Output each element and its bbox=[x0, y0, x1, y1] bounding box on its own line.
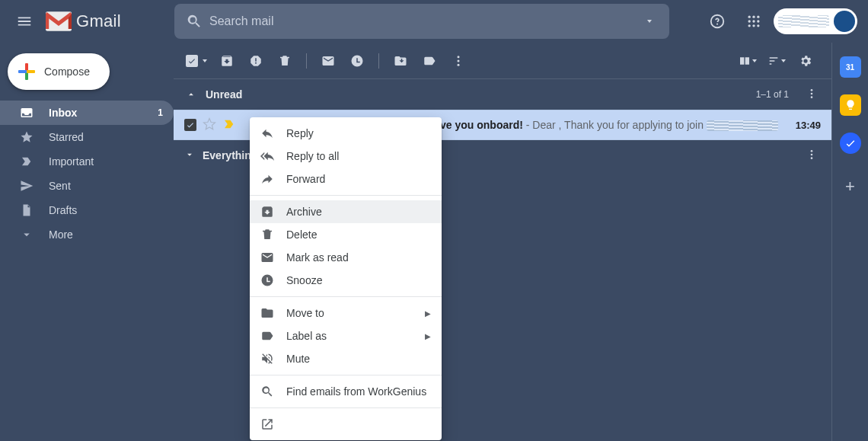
side-addons-panel: 31 + bbox=[831, 43, 868, 441]
keep-addon[interactable] bbox=[840, 94, 861, 116]
action-toolbar bbox=[174, 43, 831, 79]
plus-icon bbox=[18, 63, 35, 80]
search-bar[interactable] bbox=[174, 4, 669, 39]
sidebar-item-drafts[interactable]: Drafts bbox=[0, 198, 174, 222]
svg-point-4 bbox=[748, 20, 751, 22]
settings-button[interactable] bbox=[792, 47, 819, 75]
svg-point-10 bbox=[458, 56, 460, 58]
ctx-mute[interactable]: Mute bbox=[250, 347, 442, 370]
sidebar-item-label: Inbox bbox=[49, 107, 77, 119]
split-pane-button[interactable] bbox=[734, 55, 761, 67]
archive-button[interactable] bbox=[213, 47, 241, 75]
inbox-count: 1 bbox=[158, 107, 163, 118]
ctx-move-to[interactable]: Move to ▶ bbox=[250, 302, 442, 324]
section-title: Unread bbox=[206, 88, 242, 101]
sidebar-item-more[interactable]: More bbox=[0, 222, 174, 247]
input-tools-button[interactable] bbox=[763, 55, 790, 67]
compose-label: Compose bbox=[44, 66, 90, 78]
account-chip[interactable] bbox=[774, 8, 857, 34]
section-unread[interactable]: Unread 1–1 of 1 bbox=[174, 79, 831, 110]
svg-point-14 bbox=[811, 92, 813, 94]
svg-point-11 bbox=[458, 59, 460, 62]
sidebar-item-inbox[interactable]: Inbox 1 bbox=[0, 101, 174, 125]
labels-button[interactable] bbox=[416, 47, 443, 75]
star-toggle[interactable] bbox=[203, 117, 216, 133]
sidebar: Compose Inbox 1 Starred Important Sent D… bbox=[0, 43, 174, 441]
svg-point-5 bbox=[752, 20, 755, 22]
ctx-find-from[interactable]: Find emails from WorkGenius bbox=[250, 380, 442, 403]
tasks-addon[interactable] bbox=[840, 133, 861, 154]
svg-point-12 bbox=[458, 63, 460, 66]
compose-button[interactable]: Compose bbox=[8, 53, 110, 90]
svg-point-18 bbox=[811, 157, 813, 159]
mark-read-button[interactable] bbox=[314, 47, 342, 75]
importance-marker[interactable] bbox=[222, 117, 236, 133]
more-actions-button[interactable] bbox=[445, 47, 472, 75]
sidebar-item-label: More bbox=[49, 228, 73, 241]
ctx-reply[interactable]: Reply bbox=[250, 122, 442, 145]
svg-point-8 bbox=[752, 24, 755, 27]
email-time: 13:49 bbox=[796, 120, 821, 131]
report-spam-button[interactable] bbox=[242, 47, 270, 75]
ctx-forward[interactable]: Forward bbox=[250, 168, 442, 190]
ctx-archive[interactable]: Archive bbox=[250, 200, 442, 223]
sidebar-item-label: Important bbox=[49, 155, 94, 168]
sidebar-item-important[interactable]: Important bbox=[0, 149, 174, 174]
sidebar-item-label: Starred bbox=[49, 131, 84, 143]
sidebar-item-label: Drafts bbox=[49, 204, 77, 216]
main-menu-button[interactable] bbox=[6, 3, 43, 40]
google-apps-icon[interactable] bbox=[737, 5, 771, 38]
chevron-up-icon bbox=[184, 89, 198, 100]
row-checkbox[interactable] bbox=[184, 119, 196, 131]
ctx-open-new-window[interactable] bbox=[250, 413, 442, 436]
svg-point-7 bbox=[748, 24, 751, 27]
get-addons-button[interactable]: + bbox=[845, 177, 855, 197]
avatar bbox=[834, 11, 855, 32]
section-options-button[interactable] bbox=[803, 149, 821, 163]
sidebar-item-sent[interactable]: Sent bbox=[0, 174, 174, 198]
svg-point-1 bbox=[748, 16, 751, 18]
move-to-button[interactable] bbox=[387, 47, 414, 75]
search-input[interactable] bbox=[209, 14, 634, 28]
svg-point-9 bbox=[757, 24, 759, 27]
select-all-control[interactable] bbox=[186, 55, 212, 67]
section-options-button[interactable] bbox=[803, 88, 821, 102]
ctx-label-as[interactable]: Label as ▶ bbox=[250, 324, 442, 347]
sidebar-item-starred[interactable]: Starred bbox=[0, 125, 174, 149]
svg-point-16 bbox=[811, 150, 813, 152]
app-header: Gmail bbox=[0, 0, 868, 43]
gmail-logo[interactable]: Gmail bbox=[46, 11, 121, 31]
support-icon[interactable] bbox=[700, 5, 734, 38]
search-options-dropdown[interactable] bbox=[634, 20, 665, 23]
svg-point-13 bbox=[811, 89, 813, 91]
chevron-down-icon[interactable] bbox=[203, 59, 207, 62]
snooze-button[interactable] bbox=[343, 47, 371, 75]
svg-point-6 bbox=[757, 20, 759, 22]
svg-point-2 bbox=[752, 16, 755, 18]
ctx-delete[interactable]: Delete bbox=[250, 223, 442, 246]
calendar-addon[interactable]: 31 bbox=[840, 56, 861, 78]
redacted-text bbox=[707, 120, 778, 131]
context-menu[interactable]: Reply Reply to all Forward Archive Delet… bbox=[250, 117, 442, 440]
select-all-checkbox[interactable] bbox=[186, 55, 198, 67]
svg-point-15 bbox=[811, 96, 813, 98]
chevron-down-icon bbox=[184, 149, 195, 162]
svg-point-3 bbox=[757, 16, 759, 18]
svg-point-17 bbox=[811, 153, 813, 155]
ctx-mark-read[interactable]: Mark as read bbox=[250, 246, 442, 269]
ctx-snooze[interactable]: Snooze bbox=[250, 269, 442, 292]
delete-button[interactable] bbox=[271, 47, 298, 75]
email-subject: ve you onboard! - Dear , Thank you for a… bbox=[440, 119, 790, 131]
submenu-arrow-icon: ▶ bbox=[425, 309, 431, 318]
search-icon[interactable] bbox=[179, 13, 209, 30]
account-name-redacted bbox=[778, 15, 829, 27]
submenu-arrow-icon: ▶ bbox=[425, 332, 431, 340]
ctx-reply-all[interactable]: Reply to all bbox=[250, 145, 442, 168]
product-name: Gmail bbox=[76, 11, 121, 31]
section-count: 1–1 of 1 bbox=[756, 89, 795, 100]
sidebar-item-label: Sent bbox=[49, 180, 71, 192]
